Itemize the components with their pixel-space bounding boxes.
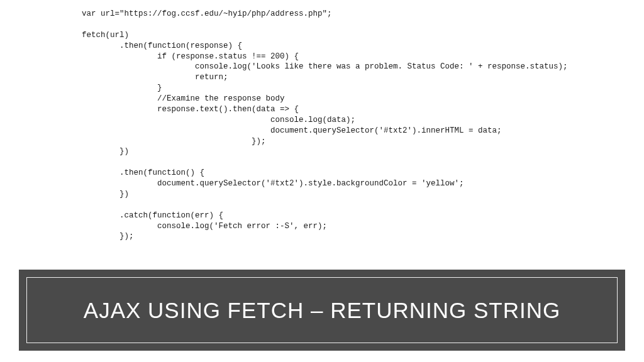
code-block: var url="https://fog.ccsf.edu/~hyip/php/… xyxy=(0,0,644,263)
slide-title: AJAX USING FETCH – RETURNING STRING xyxy=(40,295,604,325)
title-container: AJAX USING FETCH – RETURNING STRING xyxy=(19,270,625,351)
title-inner-border: AJAX USING FETCH – RETURNING STRING xyxy=(26,277,618,343)
